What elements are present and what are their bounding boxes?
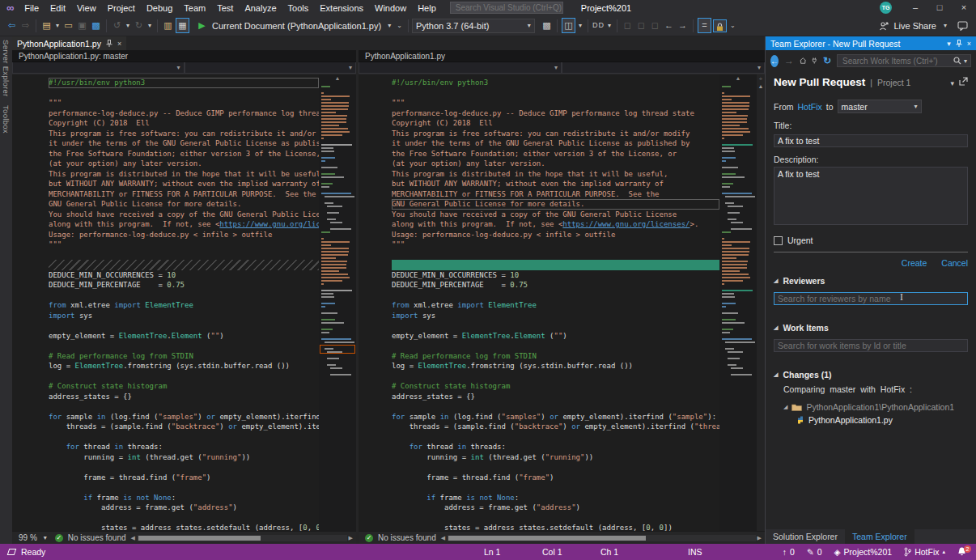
background-tasks-icon[interactable]: [7, 549, 17, 555]
code-line[interactable]: performance-log-deduce.py -- Deduce GIMP…: [49, 108, 319, 119]
left-horizontal-scrollbar[interactable]: ◀ ▶: [131, 535, 353, 541]
urgent-checkbox[interactable]: [774, 236, 783, 245]
side-tab-toolbox[interactable]: Toolbox: [2, 105, 11, 134]
attach-icon[interactable]: ▥: [161, 19, 175, 32]
redo-icon[interactable]: ↻: [132, 19, 146, 32]
code-line[interactable]: # Construct state histogram: [49, 381, 319, 392]
code-line[interactable]: [49, 320, 319, 331]
menu-view[interactable]: View: [71, 2, 102, 15]
new-project-icon[interactable]: ▤: [40, 19, 53, 32]
side-tab-server-explorer[interactable]: Server Explorer: [2, 40, 11, 97]
zoom-control[interactable]: 99 % ▾: [15, 533, 50, 542]
create-button[interactable]: Create: [902, 258, 927, 268]
code-line[interactable]: [49, 88, 319, 99]
target-branch-select[interactable]: master ▾: [838, 100, 922, 113]
code-line[interactable]: """: [49, 98, 319, 108]
code-line[interactable]: log = ElementTree.fromstring (sys.stdin.…: [392, 361, 719, 371]
refresh-icon[interactable]: ↻: [823, 55, 831, 66]
menu-help[interactable]: Help: [412, 2, 442, 15]
diff-placeholder-line[interactable]: [49, 260, 319, 270]
comment-resolve-icon[interactable]: ◻: [648, 19, 662, 32]
code-line[interactable]: [392, 432, 719, 443]
avatar[interactable]: TG: [880, 2, 892, 14]
code-line[interactable]: """: [392, 98, 719, 108]
code-line[interactable]: but WITHOUT ANY WARRANTY; without even t…: [392, 179, 719, 189]
code-line[interactable]: states = address_states.setdefault (addr…: [49, 523, 319, 531]
member-dropdown[interactable]: ▾: [185, 62, 357, 74]
new-project-dropdown[interactable]: ▾: [53, 22, 62, 29]
live-share-button[interactable]: Live Share: [893, 21, 936, 31]
compare-documents-icon[interactable]: DD: [592, 19, 605, 32]
code-line[interactable]: DEDUCE_MIN_N_OCCURRENCES = 10: [49, 270, 319, 281]
save-icon[interactable]: ▣: [75, 19, 89, 32]
right-horizontal-scrollbar[interactable]: ◀ ▶: [441, 535, 762, 541]
window-layout-icon[interactable]: ◫: [562, 18, 575, 33]
maximize-button[interactable]: □: [927, 0, 952, 15]
changes-file-row[interactable]: PythonApplication1.py: [796, 415, 968, 425]
forward-icon[interactable]: →: [784, 55, 794, 66]
redo-dropdown[interactable]: ▾: [146, 22, 154, 29]
code-line[interactable]: empty_element = ElementTree.Element (""): [49, 331, 319, 342]
code-line[interactable]: Usage: performance-log-deduce.py < infil…: [49, 230, 319, 240]
menu-team[interactable]: Team: [178, 2, 211, 15]
tool-window-tab-team-explorer[interactable]: Team Explorer: [845, 529, 914, 544]
code-line[interactable]: MERCHANTABILITY or FITNESS FOR A PARTICU…: [49, 189, 319, 200]
close-button[interactable]: ×: [952, 0, 976, 15]
code-line[interactable]: for thread in threads:: [392, 442, 719, 452]
cancel-button[interactable]: Cancel: [941, 258, 968, 268]
outgoing-commits-button[interactable]: ↑ 0: [783, 547, 795, 557]
feedback-icon[interactable]: [957, 21, 968, 31]
code-line[interactable]: for sample in (log.find ("samples") or e…: [392, 412, 719, 422]
current-branch-button[interactable]: HotFix ▴: [904, 547, 945, 557]
source-branch-link[interactable]: HotFix: [798, 102, 822, 112]
tool-window-tab-solution-explorer[interactable]: Solution Explorer: [766, 529, 845, 544]
code-line[interactable]: You should have received a copy of the G…: [49, 210, 319, 220]
live-share-dropdown[interactable]: ▾: [941, 22, 949, 29]
code-line[interactable]: This program is distributed in the hope …: [49, 169, 319, 180]
code-line[interactable]: # Construct state histogram: [392, 381, 719, 392]
scrollbar-splitter-icon[interactable]: ÷: [759, 76, 762, 82]
code-line[interactable]: # Read performance log from STDIN: [49, 351, 319, 362]
run-target-combo[interactable]: Current Document (PythonApplication1.py)…: [209, 19, 394, 33]
code-line[interactable]: it under the terms of the GNU General Pu…: [49, 138, 319, 149]
code-line[interactable]: [49, 341, 319, 351]
code-line[interactable]: address = frame.get ("address"): [392, 503, 719, 513]
code-line[interactable]: Usage: performance-log-deduce.py < infil…: [392, 230, 719, 240]
code-line[interactable]: # Read performance log from STDIN: [392, 351, 719, 362]
code-line[interactable]: log = ElementTree.fromstring (sys.stdin.…: [49, 361, 319, 371]
code-line[interactable]: if frame is not None:: [392, 493, 719, 503]
code-line[interactable]: if frame is not None:: [49, 493, 319, 503]
code-line[interactable]: DEDUCE_MIN_PERCENTAGE = 0.75: [392, 280, 719, 291]
code-line[interactable]: [392, 513, 719, 524]
window-position-dropdown-icon[interactable]: ▾: [947, 40, 951, 48]
notifications-button[interactable]: 2: [957, 547, 966, 557]
changes-folder-row[interactable]: ◢ PythonApplication1\PythonApplication1: [783, 402, 968, 412]
code-line[interactable]: #!/usr/bin/env python3: [392, 78, 719, 88]
code-line[interactable]: but WITHOUT ANY WARRANTY; without even t…: [49, 179, 319, 189]
code-line[interactable]: GNU General Public License for more deta…: [392, 199, 719, 210]
code-line[interactable]: the Free Software Foundation; either ver…: [392, 149, 719, 159]
undo-dropdown[interactable]: ▾: [124, 22, 132, 29]
code-line[interactable]: You should have received a copy of the G…: [392, 210, 719, 220]
code-line[interactable]: along with this program. If not, see <ht…: [49, 219, 319, 230]
code-line[interactable]: [49, 432, 319, 443]
code-line[interactable]: This program is free software: you can r…: [49, 129, 319, 139]
menu-edit[interactable]: Edit: [45, 2, 71, 15]
code-line[interactable]: MERCHANTABILITY or FITNESS FOR A PARTICU…: [392, 189, 719, 200]
code-line[interactable]: DEDUCE_MIN_N_OCCURRENCES = 10: [392, 270, 719, 281]
left-code-editor[interactable]: #!/usr/bin/env python3"""performance-log…: [12, 74, 319, 531]
close-tab-icon[interactable]: ×: [117, 40, 121, 48]
member-dropdown[interactable]: ▾: [562, 62, 765, 74]
scroll-up-icon[interactable]: ▲: [719, 75, 757, 81]
code-line[interactable]: [49, 401, 319, 412]
right-code-editor[interactable]: #!/usr/bin/env python3"""performance-log…: [359, 74, 719, 531]
prev-change-icon[interactable]: ←: [662, 19, 676, 32]
code-line[interactable]: empty_element = ElementTree.Element (""): [392, 331, 719, 342]
repository-button[interactable]: ◈ Project%201: [834, 547, 893, 557]
code-line[interactable]: it under the terms of the GNU General Pu…: [392, 138, 719, 149]
menu-analyze[interactable]: Analyze: [239, 2, 282, 15]
scroll-left-icon[interactable]: ◀: [441, 535, 445, 541]
pin-icon[interactable]: [106, 40, 112, 47]
code-line[interactable]: DEDUCE_MIN_PERCENTAGE = 0.75: [49, 280, 319, 291]
scroll-up-icon[interactable]: ▲: [758, 83, 764, 89]
